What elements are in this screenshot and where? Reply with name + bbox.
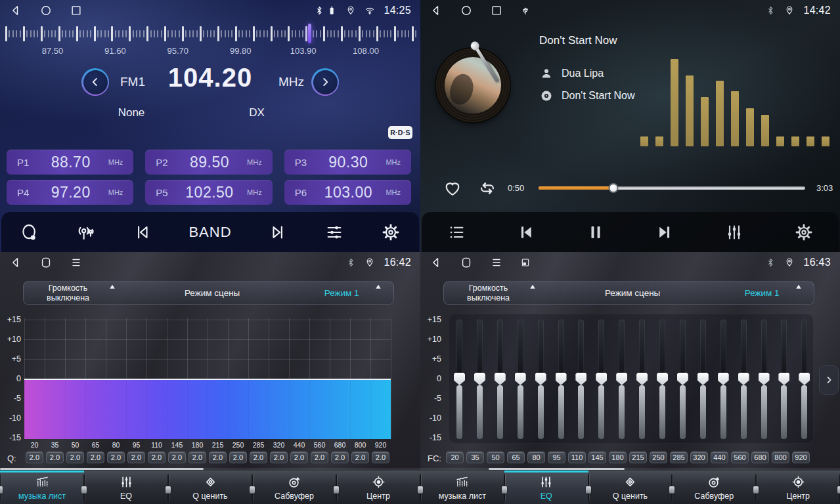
band-gain-slider[interactable]: [738, 320, 749, 439]
back-icon[interactable]: [9, 4, 22, 17]
tab-eq-vertical[interactable]: EQ: [84, 471, 168, 504]
fc-value-button[interactable]: 215: [629, 452, 647, 463]
q-value-button[interactable]: 2.0: [66, 452, 84, 463]
slider-thumb[interactable]: [677, 373, 688, 385]
band-gain-slider[interactable]: [778, 320, 789, 439]
slider-thumb[interactable]: [515, 373, 526, 385]
band-gain-slider[interactable]: [556, 320, 567, 439]
playlist-icon[interactable]: [447, 222, 466, 242]
tab-diamond[interactable]: Q ценить: [588, 471, 673, 504]
fc-value-button[interactable]: 95: [548, 452, 565, 463]
q-value-button[interactable]: 2.0: [290, 452, 308, 463]
scene-expand-arrow[interactable]: [794, 282, 804, 291]
slider-thumb[interactable]: [596, 373, 607, 385]
preset-button[interactable]: P6103.00MHz: [284, 180, 411, 205]
tab-eq-vertical[interactable]: EQ: [504, 471, 588, 504]
tab-music-list[interactable]: музыка лист: [420, 471, 504, 504]
skip-prev-outline-icon[interactable]: [133, 222, 152, 242]
home-squircle-icon[interactable]: [39, 256, 53, 269]
fc-value-button[interactable]: 80: [527, 452, 545, 463]
q-value-button[interactable]: 2.0: [311, 452, 328, 463]
band-gain-slider[interactable]: [535, 320, 546, 439]
tab-music-list[interactable]: музыка лист: [0, 471, 84, 504]
seek-thumb[interactable]: [608, 183, 618, 193]
menu-icon[interactable]: [70, 256, 83, 269]
scene-expand-arrow[interactable]: [374, 282, 384, 291]
slider-thumb[interactable]: [616, 373, 627, 385]
band-gain-slider[interactable]: [515, 320, 526, 439]
settings-icon[interactable]: [381, 222, 401, 242]
q-value-button[interactable]: 2.0: [188, 452, 206, 463]
preset-button[interactable]: P188.70MHz: [7, 150, 133, 175]
band-button[interactable]: BAND: [188, 224, 231, 241]
slider-thumb[interactable]: [454, 373, 465, 385]
fc-value-button[interactable]: 20: [446, 452, 464, 463]
volume-expand-arrow[interactable]: [528, 282, 538, 291]
q-value-button[interactable]: 2.0: [148, 452, 166, 463]
preset-button[interactable]: P390.30MHz: [284, 150, 411, 175]
fc-value-button[interactable]: 110: [568, 452, 586, 463]
fc-value-button[interactable]: 440: [711, 452, 728, 463]
band-gain-slider[interactable]: [718, 320, 729, 439]
slider-thumb[interactable]: [738, 373, 749, 385]
preset-button[interactable]: P289.50MHz: [145, 150, 272, 175]
slider-thumb[interactable]: [636, 373, 648, 385]
fc-value-button[interactable]: 250: [650, 452, 667, 463]
q-value-button[interactable]: 2.0: [209, 452, 227, 463]
menu-icon[interactable]: [490, 256, 503, 269]
fc-value-button[interactable]: 50: [487, 452, 504, 463]
back-icon[interactable]: [430, 4, 443, 17]
seek-slider[interactable]: [539, 186, 805, 190]
slider-thumb[interactable]: [718, 373, 729, 385]
q-value-button[interactable]: 2.0: [127, 452, 145, 463]
preset-button[interactable]: P5102.50MHz: [145, 180, 272, 205]
q-value-button[interactable]: 2.0: [46, 452, 64, 463]
slider-thumb[interactable]: [535, 373, 546, 385]
settings-icon[interactable]: [794, 222, 814, 242]
pause-icon[interactable]: [586, 222, 606, 242]
slider-thumb[interactable]: [474, 373, 485, 385]
slider-thumb[interactable]: [697, 373, 709, 385]
q-value-button[interactable]: 2.0: [107, 452, 125, 463]
tab-subwoofer[interactable]: Сабвуфер: [672, 471, 756, 504]
next-bands-button[interactable]: [819, 365, 839, 395]
tab-center[interactable]: Центр: [336, 471, 420, 504]
slider-thumb[interactable]: [495, 373, 506, 385]
band-gain-slider[interactable]: [616, 320, 627, 439]
q-value-button[interactable]: 2.0: [270, 452, 288, 463]
band-gain-slider[interactable]: [636, 320, 648, 439]
fc-value-button[interactable]: 180: [609, 452, 627, 463]
home-circle-icon[interactable]: [460, 4, 473, 17]
q-value-button[interactable]: 2.0: [87, 452, 104, 463]
skip-next-filled-icon[interactable]: [655, 222, 674, 242]
home-squircle-icon[interactable]: [460, 256, 473, 269]
q-value-button[interactable]: 2.0: [250, 452, 267, 463]
band-gain-slider[interactable]: [697, 320, 709, 439]
fc-value-button[interactable]: 285: [670, 452, 688, 463]
band-gain-slider[interactable]: [677, 320, 688, 439]
fc-value-button[interactable]: 35: [466, 452, 484, 463]
tuning-dial[interactable]: 87.5091.6095.7099.80103.90108.00: [0, 22, 420, 52]
band-gain-slider[interactable]: [799, 320, 810, 439]
fc-value-button[interactable]: 560: [731, 452, 749, 463]
back-icon[interactable]: [430, 256, 443, 269]
favorite-button[interactable]: [443, 178, 462, 198]
slider-thumb[interactable]: [575, 373, 586, 385]
scene-mode-value[interactable]: Режим 1: [745, 282, 780, 304]
fc-value-button[interactable]: 680: [751, 452, 769, 463]
band-gain-slider[interactable]: [454, 320, 465, 439]
fc-value-button[interactable]: 800: [772, 452, 789, 463]
q-value-button[interactable]: 2.0: [331, 452, 349, 463]
scan-icon[interactable]: [20, 222, 39, 242]
fc-value-button[interactable]: 145: [588, 452, 606, 463]
q-value-button[interactable]: 2.0: [229, 452, 247, 463]
eq-vertical-icon[interactable]: [724, 222, 744, 242]
q-value-button[interactable]: 2.0: [351, 452, 369, 463]
slider-thumb[interactable]: [657, 373, 668, 385]
seek-up-button[interactable]: [311, 68, 339, 96]
q-value-button[interactable]: 2.0: [372, 452, 389, 463]
slider-thumb[interactable]: [759, 373, 770, 385]
band-gain-slider[interactable]: [596, 320, 607, 439]
tab-subwoofer[interactable]: Сабвуфер: [252, 471, 336, 504]
band-gain-slider[interactable]: [495, 320, 506, 439]
